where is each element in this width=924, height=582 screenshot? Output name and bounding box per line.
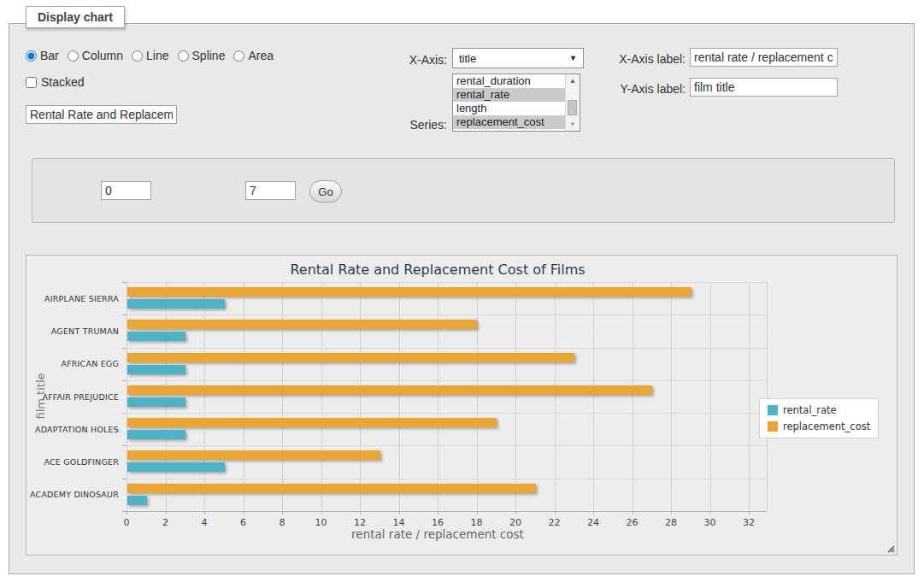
series-option-rental-duration[interactable]: rental_duration — [453, 74, 565, 88]
chart-type-area-radio[interactable] — [233, 50, 244, 62]
bar-rental_rate — [127, 496, 147, 505]
x-tick-label: 0 — [114, 517, 139, 528]
gridline — [127, 315, 767, 315]
chart-type-column[interactable]: Column — [68, 49, 123, 62]
scroll-down-icon[interactable]: ▼ — [566, 118, 580, 131]
category-label: AFRICAN EGG — [26, 348, 119, 380]
x-axis-select-value: title — [459, 52, 476, 65]
bar-replacement_cost — [127, 353, 574, 362]
chart-type-column-radio[interactable] — [68, 50, 79, 62]
chart-type-bar-label: Bar — [40, 49, 59, 62]
page: Display chart Bar Column Line Spline Are… — [0, 0, 924, 582]
x-tick-label: 14 — [386, 517, 412, 528]
series-option-rental-rate[interactable]: rental_rate — [453, 88, 565, 102]
plot-border — [767, 282, 768, 511]
legend-item-rental_rate[interactable]: rental_rate — [768, 404, 870, 416]
go-button[interactable]: Go — [309, 180, 342, 203]
gridline — [438, 282, 438, 511]
axis-tick — [122, 380, 127, 381]
series-listbox[interactable]: rental_duration rental_rate length repla… — [452, 73, 580, 132]
num-rows-input[interactable] — [245, 181, 296, 200]
gridline — [127, 282, 767, 283]
resize-handle-icon[interactable] — [886, 544, 895, 553]
scroll-up-icon[interactable]: ▲ — [566, 74, 580, 87]
bar-replacement_cost — [127, 484, 536, 493]
chart-type-spline-radio[interactable] — [178, 50, 189, 62]
bar-rental_rate — [127, 430, 185, 439]
x-tick-label: 2 — [153, 517, 179, 528]
gridline — [282, 282, 283, 511]
gridline — [360, 282, 361, 511]
x-tick-label: 18 — [464, 517, 490, 528]
gridline — [515, 282, 516, 511]
series-select-label: Series: — [362, 118, 447, 132]
gridline — [555, 282, 556, 511]
series-listbox-scrollbar[interactable]: ▲ ▼ — [565, 74, 580, 131]
bar-rental_rate — [127, 397, 185, 407]
stacked-checkbox-row[interactable]: Stacked — [26, 75, 85, 89]
chart-type-line-radio[interactable] — [132, 50, 143, 62]
chart-title-input[interactable] — [26, 105, 177, 124]
gridline — [399, 282, 400, 511]
category-label: ADAPTATION HOLES — [26, 413, 119, 445]
scrollbar-thumb[interactable] — [568, 100, 577, 115]
x-tick-label: 30 — [697, 517, 723, 528]
chart-type-spline[interactable]: Spline — [178, 49, 226, 62]
chart-type-bar[interactable]: Bar — [26, 49, 59, 62]
gridline — [671, 282, 672, 511]
legend-swatch — [768, 405, 778, 415]
x-axis-label-input[interactable] — [690, 48, 838, 67]
gridline — [321, 282, 322, 511]
axis-tick — [122, 348, 127, 349]
axis-tick — [122, 315, 127, 315]
axis-tick — [122, 445, 127, 446]
category-label: ACADEMY DINOSAUR — [26, 479, 119, 511]
bar-replacement_cost — [127, 418, 497, 427]
bar-replacement_cost — [127, 320, 477, 329]
row-range-box: Start row: Number of rows: — [32, 158, 895, 223]
bar-rental_rate — [127, 365, 185, 374]
axis-tick — [122, 479, 127, 479]
category-label: AIRPLANE SIERRA — [26, 282, 119, 315]
x-tick-label: 10 — [309, 517, 334, 528]
chart-legend: rental_ratereplacement_cost — [759, 398, 879, 438]
x-tick-label: 12 — [347, 517, 373, 528]
chart-type-area-label: Area — [248, 49, 274, 62]
chart-type-spline-label: Spline — [192, 49, 226, 62]
x-tick-label: 28 — [658, 517, 684, 528]
series-option-replacement-cost[interactable]: replacement_cost — [453, 115, 565, 129]
x-tick-label: 16 — [425, 517, 450, 528]
chart-type-area[interactable]: Area — [233, 49, 274, 62]
series-option-length[interactable]: length — [453, 102, 565, 115]
x-tick-label: 24 — [580, 517, 606, 528]
x-tick-label: 8 — [269, 517, 295, 528]
x-tick-label: 4 — [191, 517, 217, 528]
y-axis-label-input[interactable] — [690, 78, 838, 97]
category-label: ACE GOLDFINGER — [26, 445, 119, 478]
gridline — [633, 282, 633, 511]
fieldset-legend: Display chart — [26, 6, 125, 28]
x-axis-label-caption: X-Axis label: — [598, 52, 686, 66]
chart-type-bar-radio[interactable] — [26, 50, 37, 62]
gridline — [204, 282, 205, 511]
start-row-input[interactable] — [101, 181, 151, 200]
x-axis-select-label: X-Axis: — [362, 53, 447, 67]
x-axis-select[interactable]: title ▼ — [452, 48, 584, 68]
gridline — [749, 282, 750, 511]
bar-replacement_cost — [127, 385, 652, 395]
bar-rental_rate — [127, 332, 185, 341]
axis-tick — [122, 413, 127, 414]
gridline — [127, 348, 767, 349]
chart-type-line[interactable]: Line — [132, 49, 168, 62]
stacked-checkbox[interactable] — [26, 77, 37, 88]
x-tick-label: 6 — [231, 517, 256, 528]
gridline — [127, 445, 767, 446]
x-tick-label: 22 — [542, 517, 568, 528]
scrollbar-track[interactable] — [566, 87, 580, 118]
x-axis-line — [122, 511, 767, 512]
axis-tick — [122, 282, 127, 283]
legend-item-replacement_cost[interactable]: replacement_cost — [768, 420, 870, 432]
chart-x-axis-title: rental rate / replacement cost — [127, 527, 749, 541]
gridline — [593, 282, 594, 511]
category-label: AGENT TRUMAN — [26, 315, 119, 347]
